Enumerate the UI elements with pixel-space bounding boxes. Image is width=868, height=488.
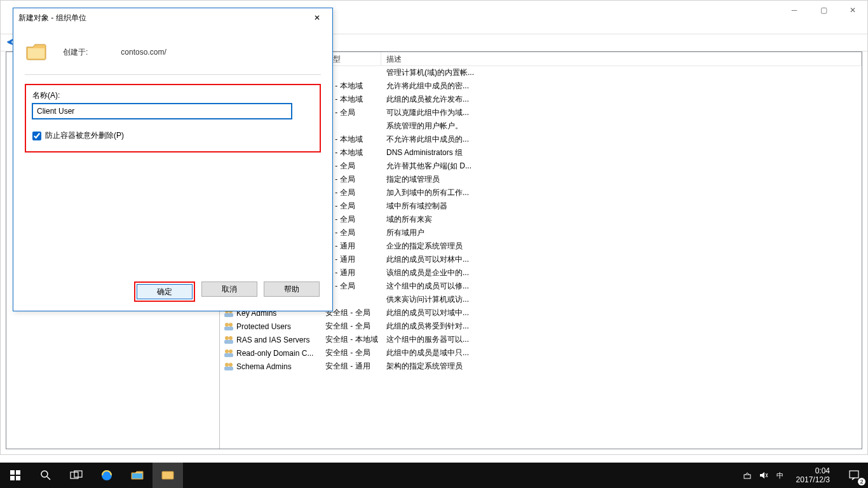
dialog-titlebar[interactable]: 新建对象 - 组织单位 ✕ bbox=[13, 8, 332, 27]
separator bbox=[25, 74, 321, 75]
svg-line-21 bbox=[47, 477, 50, 480]
svg-rect-17 bbox=[16, 470, 20, 475]
svg-rect-15 bbox=[28, 48, 44, 58]
time-label: 0:04 bbox=[796, 466, 830, 475]
ime-icon[interactable]: 中 bbox=[775, 470, 786, 481]
svg-rect-30 bbox=[850, 471, 858, 478]
svg-rect-5 bbox=[224, 327, 233, 330]
clock[interactable]: 0:04 2017/12/3 bbox=[791, 466, 835, 485]
table-row[interactable]: Protected Users安全组 - 全局此组的成员将受到针对... bbox=[220, 320, 862, 333]
svg-rect-26 bbox=[162, 471, 173, 479]
svg-rect-16 bbox=[10, 470, 15, 475]
task-view-button[interactable] bbox=[61, 463, 92, 488]
help-button[interactable]: 帮助 bbox=[264, 281, 320, 297]
svg-point-20 bbox=[41, 471, 48, 477]
svg-point-12 bbox=[225, 363, 229, 367]
group-icon bbox=[224, 322, 234, 332]
name-input[interactable] bbox=[32, 104, 292, 119]
svg-rect-14 bbox=[224, 367, 233, 370]
system-tray: 中 0:04 2017/12/3 bbox=[742, 466, 840, 485]
svg-rect-27 bbox=[744, 475, 750, 478]
svg-rect-19 bbox=[16, 476, 20, 480]
svg-point-10 bbox=[229, 349, 233, 353]
tray-up-icon[interactable] bbox=[742, 470, 753, 481]
maximize-button[interactable]: ▢ bbox=[809, 1, 838, 20]
created-in-value: contoso.com/ bbox=[121, 48, 166, 57]
svg-point-7 bbox=[229, 336, 233, 340]
dialog-title: 新建对象 - 组织单位 bbox=[18, 13, 307, 24]
aduc-taskbar-icon[interactable] bbox=[153, 463, 183, 488]
group-icon bbox=[224, 348, 234, 358]
ie-taskbar-icon[interactable] bbox=[92, 463, 122, 488]
group-icon bbox=[224, 362, 234, 372]
ok-button[interactable]: 确定 bbox=[137, 284, 193, 299]
svg-rect-8 bbox=[224, 340, 233, 344]
svg-point-9 bbox=[225, 349, 229, 353]
table-row[interactable]: Schema Admins安全组 - 通用架构的指定系统管理员 bbox=[220, 360, 862, 373]
folder-icon bbox=[25, 43, 48, 62]
svg-rect-25 bbox=[132, 473, 142, 478]
svg-point-4 bbox=[229, 323, 233, 327]
svg-point-3 bbox=[225, 323, 229, 327]
svg-rect-18 bbox=[10, 476, 15, 480]
action-center-icon[interactable]: 2 bbox=[840, 463, 868, 488]
date-label: 2017/12/3 bbox=[796, 475, 830, 484]
created-in-label: 创建于: bbox=[63, 47, 88, 58]
cancel-button[interactable]: 取消 bbox=[201, 281, 257, 297]
svg-rect-2 bbox=[224, 313, 233, 317]
search-button[interactable] bbox=[31, 463, 61, 488]
notification-badge: 2 bbox=[858, 478, 865, 485]
close-icon[interactable]: ✕ bbox=[307, 11, 327, 25]
new-ou-dialog: 新建对象 - 组织单位 ✕ 创建于: contoso.com/ 名称(A): 防… bbox=[13, 8, 333, 311]
dialog-buttons: 确定 取消 帮助 bbox=[13, 281, 332, 302]
svg-rect-11 bbox=[224, 353, 233, 357]
explorer-taskbar-icon[interactable] bbox=[122, 463, 153, 488]
start-button[interactable] bbox=[0, 463, 31, 488]
svg-point-6 bbox=[225, 336, 229, 340]
name-label: 名称(A): bbox=[32, 90, 313, 101]
table-row[interactable]: Read-only Domain C...安全组 - 全局此组中的成员是域中只.… bbox=[220, 346, 862, 360]
volume-icon[interactable] bbox=[758, 470, 770, 481]
ok-highlight: 确定 bbox=[134, 281, 195, 302]
table-row[interactable]: RAS and IAS Servers安全组 - 本地域这个组中的服务器可以..… bbox=[220, 333, 862, 346]
close-button[interactable]: ✕ bbox=[838, 1, 867, 20]
minimize-button[interactable]: ─ bbox=[780, 1, 809, 20]
group-icon bbox=[224, 335, 234, 345]
col-desc[interactable]: 描述 bbox=[381, 52, 862, 65]
name-section-highlight: 名称(A): 防止容器被意外删除(P) bbox=[25, 84, 321, 152]
dialog-header: 创建于: contoso.com/ bbox=[25, 39, 321, 74]
taskbar: 中 0:04 2017/12/3 2 bbox=[0, 463, 868, 488]
svg-point-13 bbox=[229, 363, 233, 367]
protect-label: 防止容器被意外删除(P) bbox=[45, 130, 124, 141]
protect-checkbox[interactable] bbox=[32, 132, 41, 140]
